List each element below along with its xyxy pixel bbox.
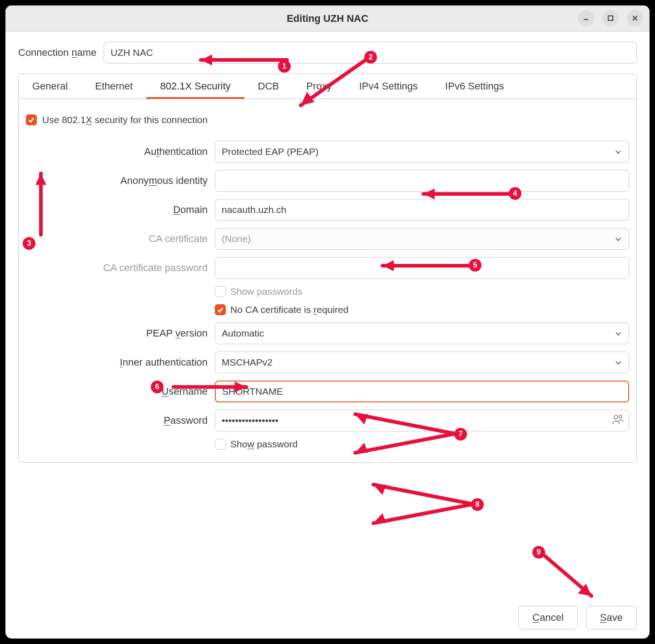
tab-content-8021x: Use 802.1X security for this connection …: [19, 99, 636, 462]
tab-ipv6-settings[interactable]: IPv6 Settings: [432, 74, 518, 99]
peap-version-label: PEAP version: [146, 327, 208, 339]
minimize-icon: [582, 15, 590, 22]
svg-line-22: [373, 485, 473, 504]
maximize-button[interactable]: [602, 10, 619, 26]
tab-ipv4-settings[interactable]: IPv4 Settings: [345, 74, 432, 99]
inner-auth-label: Inner authentication: [120, 357, 208, 368]
use-8021x-label: Use 802.1X security for this connection: [42, 114, 208, 125]
maximize-icon: [607, 15, 614, 22]
no-ca-required-checkbox[interactable]: [215, 304, 226, 315]
chevron-down-icon: [614, 148, 622, 156]
tab-8021x-security[interactable]: 802.1X Security: [146, 74, 244, 99]
anon-identity-input[interactable]: [215, 170, 629, 192]
show-password-label: Show password: [230, 439, 298, 450]
annotation-arrow-9: [539, 550, 607, 607]
domain-input[interactable]: [215, 199, 629, 221]
ca-cert-dropdown[interactable]: (None): [215, 228, 629, 250]
password-users-icon[interactable]: [612, 414, 624, 428]
connection-name-label: Connection name: [18, 47, 96, 59]
authentication-dropdown[interactable]: Protected EAP (PEAP): [215, 141, 629, 163]
checkmark-icon: [217, 306, 224, 313]
cancel-button[interactable]: Cancel: [518, 606, 577, 629]
save-button[interactable]: Save: [586, 606, 637, 629]
tab-bar: General Ethernet 802.1X Security DCB Pro…: [19, 74, 636, 99]
connection-name-input[interactable]: [104, 42, 637, 64]
inner-auth-dropdown[interactable]: MSCHAPv2: [215, 352, 629, 373]
window-controls: [578, 10, 643, 26]
password-input[interactable]: [215, 410, 629, 431]
ca-cert-label: CA certificate: [149, 233, 208, 245]
show-password-row: Show password: [215, 439, 629, 450]
svg-line-24: [373, 504, 473, 523]
peap-version-dropdown[interactable]: Automatic: [215, 322, 629, 344]
window-title: Editing UZH NAC: [287, 13, 368, 25]
password-wrap: [215, 410, 629, 431]
checkmark-icon: [28, 116, 35, 124]
show-password-checkbox[interactable]: [215, 439, 226, 450]
ca-cert-pw-input[interactable]: [215, 257, 629, 279]
peap-version-value: Automatic: [222, 328, 264, 339]
tab-container: General Ethernet 802.1X Security DCB Pro…: [18, 74, 637, 463]
svg-line-26: [544, 555, 591, 596]
password-label: Password: [164, 415, 208, 426]
domain-label: Domain: [173, 204, 208, 216]
username-label: Username: [162, 386, 208, 397]
close-icon: [631, 15, 639, 22]
ca-cert-pw-label: CA certificate password: [103, 262, 208, 274]
chevron-down-icon: [614, 358, 622, 367]
username-input[interactable]: [215, 381, 629, 402]
show-passwords-row: Show passwords: [215, 286, 629, 297]
annotation-badge-9: 9: [532, 546, 545, 559]
svg-marker-27: [578, 584, 591, 596]
no-ca-required-label: No CA certificate is required: [230, 304, 348, 315]
svg-marker-23: [373, 485, 386, 495]
svg-marker-25: [373, 513, 386, 523]
svg-point-4: [614, 416, 618, 419]
authentication-value: Protected EAP (PEAP): [222, 146, 318, 157]
network-connection-editor-window: Editing UZH NAC Connection name General: [5, 5, 650, 639]
dialog-footer: Cancel Save: [518, 606, 637, 629]
tab-proxy[interactable]: Proxy: [293, 74, 345, 99]
inner-auth-value: MSCHAPv2: [222, 357, 273, 368]
annotation-arrow-8: [360, 478, 487, 532]
show-passwords-label: Show passwords: [230, 286, 303, 297]
chevron-down-icon: [614, 329, 622, 337]
titlebar: Editing UZH NAC: [5, 5, 650, 32]
svg-rect-1: [608, 16, 613, 20]
dialog-body: Connection name General Ethernet 802.1X …: [5, 32, 650, 463]
use-8021x-row: Use 802.1X security for this connection: [26, 114, 629, 125]
svg-point-5: [619, 416, 622, 418]
tab-ethernet[interactable]: Ethernet: [81, 74, 146, 99]
annotation-badge-8: 8: [471, 498, 484, 511]
chevron-down-icon: [614, 235, 622, 243]
minimize-button[interactable]: [578, 10, 594, 26]
authentication-label: Authentication: [144, 146, 208, 158]
close-button[interactable]: [627, 10, 643, 26]
8021x-form: Authentication Protected EAP (PEAP) Anon…: [26, 141, 629, 450]
tab-general[interactable]: General: [19, 74, 81, 99]
tab-dcb[interactable]: DCB: [244, 74, 293, 99]
use-8021x-checkbox[interactable]: [26, 114, 37, 125]
ca-cert-value: (None): [222, 233, 251, 244]
show-passwords-checkbox[interactable]: [215, 286, 226, 297]
connection-name-row: Connection name: [18, 42, 637, 64]
no-ca-required-row: No CA certificate is required: [215, 304, 629, 315]
anon-identity-label: Anonymous identity: [120, 175, 208, 187]
